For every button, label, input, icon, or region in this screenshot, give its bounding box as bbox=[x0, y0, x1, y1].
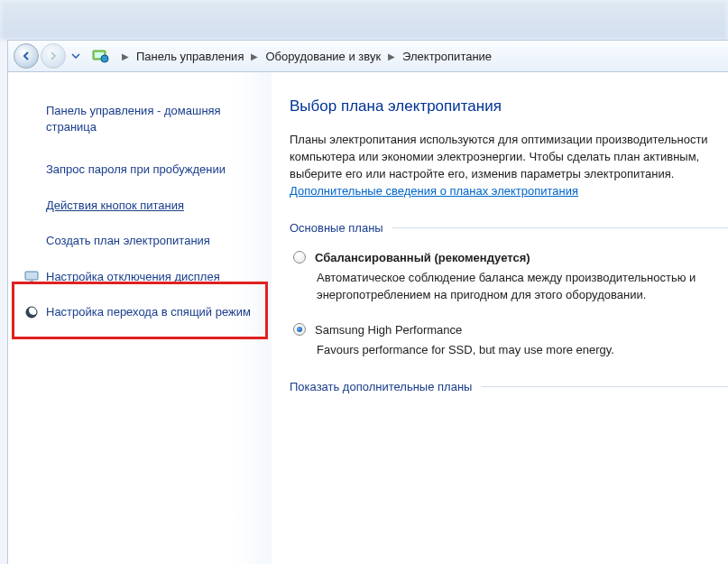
plan-samsung[interactable]: Samsung High Performance Favours perform… bbox=[290, 319, 728, 362]
breadcrumb-sep: ▶ bbox=[388, 51, 395, 61]
breadcrumb-sep: ▶ bbox=[122, 51, 129, 61]
sidebar-item-label: Действия кнопок питания bbox=[46, 199, 184, 212]
sidebar-item-create-plan[interactable]: Создать план электропитания bbox=[8, 227, 272, 254]
intro-link[interactable]: Дополнительные сведения о планах электро… bbox=[290, 184, 578, 198]
group-label: Основные планы bbox=[290, 221, 383, 235]
breadcrumb-sep: ▶ bbox=[251, 51, 258, 61]
plan-name: Сбалансированный (рекомендуется) bbox=[315, 251, 728, 264]
group-header-main-plans: Основные планы bbox=[290, 221, 728, 235]
moon-icon bbox=[24, 305, 39, 319]
history-dropdown[interactable] bbox=[69, 50, 82, 62]
arrow-right-icon bbox=[48, 51, 59, 61]
window-titlebar-blur bbox=[0, 0, 728, 40]
breadcrumb-item-2[interactable]: Электропитание bbox=[402, 50, 492, 63]
plan-desc: Favours performance for SSD, but may use… bbox=[315, 342, 728, 358]
page-title: Выбор плана электропитания bbox=[290, 97, 728, 116]
sidebar-item-password[interactable]: Запрос пароля при пробуждении bbox=[8, 156, 272, 183]
group-label: Показать дополнительные планы bbox=[290, 380, 472, 393]
breadcrumb-item-0[interactable]: Панель управления bbox=[136, 50, 244, 63]
sidebar-item-sleep[interactable]: Настройка перехода в спящий режим bbox=[8, 299, 272, 326]
radio-checked[interactable] bbox=[293, 323, 306, 336]
sidebar-item-display-off[interactable]: Настройка отключения дисплея bbox=[8, 264, 272, 291]
window-body: Панель управления - домашняя страница За… bbox=[7, 72, 728, 564]
plan-name: Samsung High Performance bbox=[315, 323, 728, 337]
address-bar: ▶ Панель управления ▶ Оборудование и зву… bbox=[7, 40, 728, 72]
forward-button[interactable] bbox=[41, 43, 66, 69]
radio-unchecked[interactable] bbox=[293, 251, 306, 264]
group-header-more-plans[interactable]: Показать дополнительные планы bbox=[290, 380, 728, 393]
divider bbox=[392, 227, 728, 228]
svg-point-2 bbox=[101, 55, 108, 62]
intro-paragraph: Планы электропитания используются для оп… bbox=[290, 132, 728, 199]
sidebar-item-label: Настройка перехода в спящий режим bbox=[46, 305, 251, 319]
sidebar: Панель управления - домашняя страница За… bbox=[8, 72, 272, 564]
arrow-left-icon bbox=[21, 51, 32, 61]
chevron-down-icon bbox=[71, 53, 80, 59]
divider bbox=[481, 386, 728, 387]
sidebar-item-label: Создать план электропитания bbox=[46, 234, 210, 247]
sidebar-item-label: Настройка отключения дисплея bbox=[46, 270, 220, 283]
breadcrumb: ▶ Панель управления ▶ Оборудование и зву… bbox=[115, 50, 492, 63]
svg-rect-3 bbox=[25, 272, 38, 280]
sidebar-item-power-buttons[interactable]: Действия кнопок питания bbox=[8, 192, 272, 219]
plan-desc: Автоматическое соблюдение баланса между … bbox=[315, 270, 728, 302]
monitor-icon bbox=[24, 270, 39, 284]
breadcrumb-item-1[interactable]: Оборудование и звук bbox=[265, 50, 381, 63]
plan-balanced[interactable]: Сбалансированный (рекомендуется) Автомат… bbox=[290, 247, 728, 306]
back-button[interactable] bbox=[14, 43, 39, 69]
sidebar-item-label: Запрос пароля при пробуждении bbox=[46, 162, 226, 176]
intro-text: Планы электропитания используются для оп… bbox=[290, 133, 708, 180]
svg-rect-4 bbox=[30, 281, 33, 282]
sidebar-home-link[interactable]: Панель управления - домашняя страница bbox=[8, 97, 272, 140]
sidebar-home-label: Панель управления - домашняя страница bbox=[46, 104, 221, 134]
control-panel-icon bbox=[91, 47, 109, 65]
main-content: Выбор плана электропитания Планы электро… bbox=[272, 72, 728, 564]
